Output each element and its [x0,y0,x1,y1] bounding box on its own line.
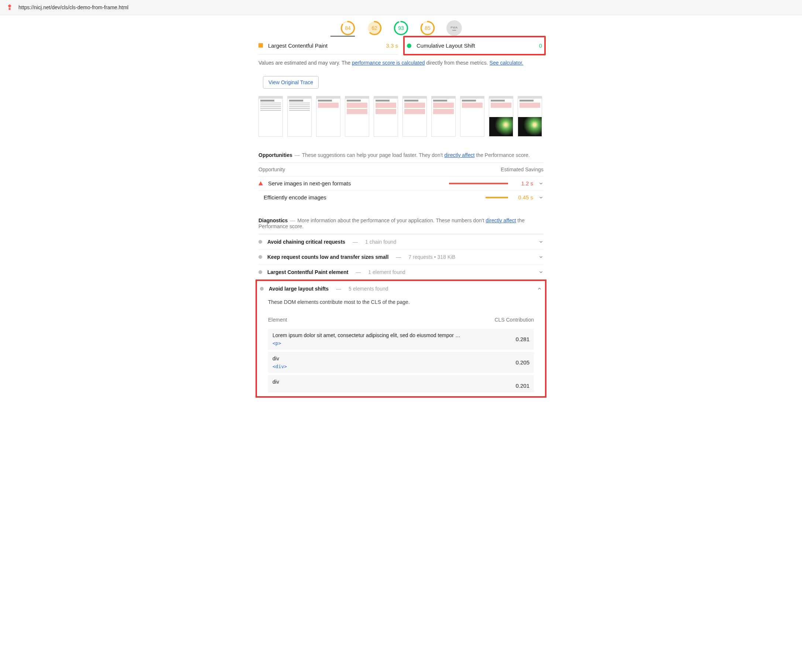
cls-element-row: div<div>0.205 [268,352,534,373]
savings-bar [449,197,508,198]
gauge-3[interactable]: 93 [393,20,409,36]
diagnostic-sub: 1 chain found [365,239,396,245]
element-text: div [273,379,516,385]
metric-row: Largest Contentful Paint 3.3 s Cumulativ… [259,37,543,55]
savings-bar [449,183,508,184]
diagnostic-sub: 1 element found [368,269,405,275]
chevron-down-icon [538,239,543,244]
chevron-down-icon [538,181,543,186]
chevron-up-icon [537,286,542,291]
opportunities-header: Opportunities—These suggestions can help… [259,145,543,163]
gauge-pwa[interactable]: PWA [446,20,462,36]
diagnostic-label: Largest Contentful Paint element [267,269,348,275]
circle-icon [407,44,411,48]
cls-value: 0.201 [516,379,529,389]
square-icon [259,43,263,48]
diagnostic-label: Avoid chaining critical requests [267,239,345,245]
opportunity-label: Efficiently encode images [264,194,444,200]
opportunities-columns: Opportunity Estimated Savings [259,163,543,176]
diagnostic-sub: 7 requests • 318 KiB [408,254,455,260]
opportunity-row[interactable]: Serve images in next-gen formats1.2 s [259,176,543,190]
filmstrip-frame[interactable] [374,96,398,137]
link-directly-affect-1[interactable]: directly affect [444,152,474,158]
page-url: https://nicj.net/dev/cls/cls-demo-from-f… [18,5,128,10]
diagnostics-header: Diagnostics—More information about the p… [259,204,543,234]
savings-value: 1.2 s [513,180,533,186]
opportunity-row[interactable]: Efficiently encode images0.45 s [259,190,543,204]
filmstrip-frame[interactable] [489,96,513,137]
chevron-down-icon [538,254,543,260]
diagnostic-row[interactable]: Keep request counts low and transfer siz… [259,249,543,264]
cls-value: 0.281 [516,332,529,342]
gray-dot-icon [259,255,262,259]
filmstrip-frame[interactable] [316,96,340,137]
cls-value: 0.205 [516,355,529,365]
view-original-trace-button[interactable]: View Original Trace [263,76,319,89]
gauge-4[interactable]: 85 [420,20,435,36]
filmstrip-frame[interactable] [518,96,542,137]
filmstrip-frame[interactable] [259,96,283,137]
gray-dot-icon [260,287,264,291]
chevron-down-icon [538,270,543,275]
diagnostic-row-expanded[interactable]: Avoid large layout shifts — 5 elements f… [260,281,542,296]
gray-dot-icon [259,240,262,244]
filmstrip-frame[interactable] [431,96,456,137]
link-directly-affect-2[interactable]: directly affect [485,218,516,223]
filmstrip-frame[interactable] [403,96,427,137]
gauge-performance[interactable]: 84 [340,20,356,36]
metric-lcp: Largest Contentful Paint 3.3 s [259,37,398,55]
gray-dot-icon [259,270,262,274]
opportunity-label: Serve images in next-gen formats [268,180,444,186]
gauge-2[interactable]: 62 [367,20,382,36]
filmstrip-frame[interactable] [460,96,485,137]
dash-icon [452,30,456,31]
savings-value: 0.45 s [513,194,533,200]
active-gauge-underline [330,36,355,37]
highlight-cls: Cumulative Layout Shift 0 [403,36,546,55]
diagnostic-row[interactable]: Avoid chaining critical requests—1 chain… [259,234,543,249]
element-code: <div> [273,364,516,369]
triangle-icon [259,181,263,185]
element-code: <p> [273,341,516,346]
element-text: Lorem ipsum dolor sit amet, consectetur … [273,332,516,338]
lighthouse-logo-icon [6,4,13,11]
filmstrip-frame[interactable] [287,96,312,137]
svg-rect-0 [9,7,11,8]
expanded-content: These DOM elements contribute most to th… [260,296,542,393]
header-bar: https://nicj.net/dev/cls/cls-demo-from-f… [0,0,802,15]
chevron-down-icon [538,195,543,200]
filmstrip-frame[interactable] [345,96,369,137]
metric-cls: Cumulative Layout Shift 0 [405,37,544,54]
cls-element-row: Lorem ipsum dolor sit amet, consectetur … [268,329,534,350]
diagnostic-label: Keep request counts low and transfer siz… [267,254,388,260]
link-see-calculator[interactable]: See calculator. [490,60,524,66]
element-text: div [273,355,516,362]
filmstrip [259,94,543,145]
cls-element-row: div0.201 [268,375,534,393]
calculation-note: Values are estimated and may vary. The p… [259,55,543,71]
highlight-layout-shifts: Avoid large layout shifts — 5 elements f… [255,279,547,397]
link-score-calc[interactable]: performance score is calculated [352,60,425,66]
diagnostic-row[interactable]: Largest Contentful Paint element—1 eleme… [259,264,543,279]
